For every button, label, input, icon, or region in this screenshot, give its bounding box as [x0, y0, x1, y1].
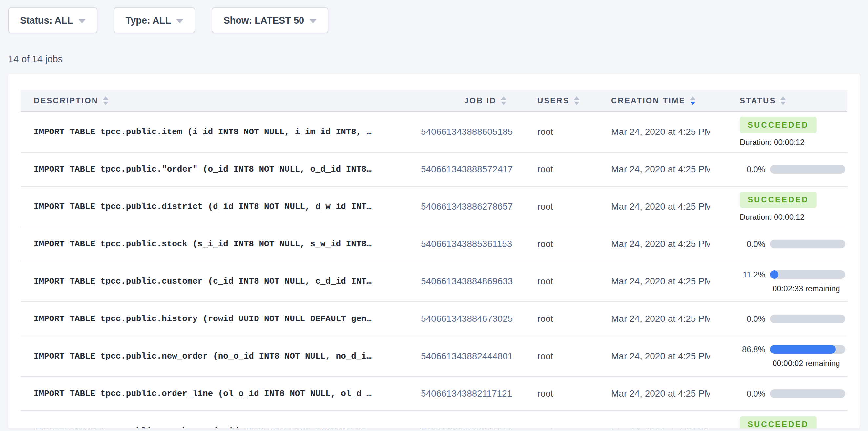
progress-bar: 11.2%	[740, 270, 847, 279]
column-header-users[interactable]: USERS	[519, 96, 591, 105]
table-body: IMPORT TABLE tpcc.public.item (i_id INT8…	[21, 112, 847, 428]
job-id-link[interactable]: 540661343882117121	[421, 388, 519, 399]
table-row: IMPORT TABLE tpcc.public.stock (s_i_id I…	[21, 227, 847, 261]
progress-track	[770, 389, 845, 398]
job-creation-time: Mar 24, 2020 at 4:25 PM	[591, 276, 710, 287]
column-header-job-id[interactable]: JOB ID	[421, 96, 519, 105]
type-filter-dropdown[interactable]: Type: ALL	[114, 7, 195, 33]
job-status-cell: 86.8% 00:00:02 remaining	[710, 345, 847, 368]
progress-track	[770, 165, 845, 174]
job-user: root	[519, 351, 591, 362]
progress-percent: 11.2%	[740, 270, 765, 279]
table-row: IMPORT TABLE tpcc.public.customer (c_id …	[21, 261, 847, 302]
job-id-link[interactable]: 540661343888605185	[421, 127, 519, 137]
jobs-count-summary: 14 of 14 jobs	[0, 33, 868, 65]
sort-icons	[780, 96, 786, 105]
status-detail: 00:02:33 remaining	[773, 284, 847, 293]
show-filter-dropdown[interactable]: Show: LATEST 50	[212, 7, 329, 33]
job-user: root	[519, 164, 591, 175]
status-badge: SUCCEEDED	[740, 117, 817, 133]
column-header-creation-time[interactable]: CREATION TIME	[591, 96, 710, 105]
job-id-link[interactable]: 540661343885361153	[421, 239, 519, 249]
job-creation-time: Mar 24, 2020 at 4:25 PM	[591, 202, 710, 212]
progress-bar: 0.0%	[740, 314, 847, 324]
progress-fill	[770, 345, 836, 353]
job-description: IMPORT TABLE tpcc.public.warehouse (w_id…	[21, 426, 421, 428]
progress-fill	[770, 270, 778, 279]
job-description: IMPORT TABLE tpcc.public.order_line (ol_…	[21, 389, 421, 399]
job-status-cell: SUCCEEDED Duration: 00:00:12	[710, 191, 847, 222]
job-status-cell: 11.2% 00:02:33 remaining	[710, 270, 847, 293]
sort-icons	[501, 96, 506, 105]
status-badge: SUCCEEDED	[740, 416, 817, 428]
sort-icons-active-desc	[690, 96, 695, 105]
job-creation-time: Mar 24, 2020 at 4:25 PM	[591, 127, 710, 137]
table-header-row: DESCRIPTION JOB ID USERS CREATION TIME S…	[21, 90, 847, 112]
job-description: IMPORT TABLE tpcc.public.stock (s_i_id I…	[21, 239, 421, 249]
job-id-link[interactable]: 540661343826444289	[421, 426, 519, 428]
progress-track	[770, 270, 845, 279]
job-description: IMPORT TABLE tpcc.public.customer (c_id …	[21, 277, 421, 286]
table-row: IMPORT TABLE tpcc.public."order" (o_id I…	[21, 153, 847, 187]
column-header-status[interactable]: STATUS	[710, 96, 847, 105]
progress-percent: 0.0%	[740, 389, 765, 399]
job-creation-time: Mar 24, 2020 at 4:25 PM	[591, 164, 710, 175]
status-filter-label: Status: ALL	[20, 15, 73, 26]
table-row: IMPORT TABLE tpcc.public.new_order (no_o…	[21, 336, 847, 377]
job-user: root	[519, 426, 591, 428]
progress-bar: 86.8%	[740, 345, 847, 354]
job-user: root	[519, 388, 591, 399]
job-description: IMPORT TABLE tpcc.public.history (rowid …	[21, 314, 421, 324]
jobs-table-card: DESCRIPTION JOB ID USERS CREATION TIME S…	[8, 74, 860, 428]
job-status-cell: 0.0%	[710, 389, 847, 399]
progress-track	[770, 314, 845, 323]
status-detail: 00:00:02 remaining	[773, 359, 847, 368]
progress-bar: 0.0%	[740, 389, 847, 399]
job-creation-time: Mar 24, 2020 at 4:25 PM	[591, 388, 710, 399]
chevron-down-icon	[176, 19, 183, 23]
table-row: IMPORT TABLE tpcc.public.district (d_id …	[21, 187, 847, 227]
job-id-link[interactable]: 540661343884673025	[421, 314, 519, 324]
job-creation-time: Mar 24, 2020 at 4:25 PM	[591, 239, 710, 249]
progress-percent: 0.0%	[740, 165, 765, 174]
job-description: IMPORT TABLE tpcc.public."order" (o_id I…	[21, 164, 421, 174]
job-id-link[interactable]: 540661343884869633	[421, 276, 519, 287]
progress-percent: 86.8%	[740, 345, 765, 354]
status-badge: SUCCEEDED	[740, 191, 817, 208]
column-header-description[interactable]: DESCRIPTION	[21, 96, 421, 105]
progress-percent: 0.0%	[740, 240, 765, 249]
job-id-link[interactable]: 540661343886278657	[421, 202, 519, 212]
type-filter-label: Type: ALL	[126, 15, 171, 26]
job-user: root	[519, 127, 591, 137]
status-filter-dropdown[interactable]: Status: ALL	[8, 7, 97, 33]
job-user: root	[519, 314, 591, 324]
job-user: root	[519, 202, 591, 212]
status-detail: Duration: 00:00:12	[740, 213, 847, 222]
job-creation-time: Mar 24, 2020 at 4:25 PM	[591, 351, 710, 362]
progress-track	[770, 345, 845, 353]
sort-icons	[574, 96, 579, 105]
progress-bar: 0.0%	[740, 240, 847, 249]
job-description: IMPORT TABLE tpcc.public.new_order (no_o…	[21, 351, 421, 361]
table-row: IMPORT TABLE tpcc.public.history (rowid …	[21, 302, 847, 336]
chevron-down-icon	[309, 19, 316, 23]
job-status-cell: 0.0%	[710, 314, 847, 324]
table-row: IMPORT TABLE tpcc.public.item (i_id INT8…	[21, 112, 847, 153]
job-user: root	[519, 239, 591, 249]
table-row: IMPORT TABLE tpcc.public.warehouse (w_id…	[21, 411, 847, 428]
job-status-cell: 0.0%	[710, 240, 847, 249]
job-status-cell: SUCCEEDED Duration: 00:00:12	[710, 117, 847, 147]
progress-bar: 0.0%	[740, 165, 847, 174]
job-user: root	[519, 276, 591, 287]
chevron-down-icon	[79, 19, 86, 23]
job-description: IMPORT TABLE tpcc.public.district (d_id …	[21, 202, 421, 212]
progress-track	[770, 240, 845, 248]
table-row: IMPORT TABLE tpcc.public.order_line (ol_…	[21, 377, 847, 411]
jobs-filters: Status: ALL Type: ALL Show: LATEST 50	[0, 0, 868, 33]
job-creation-time: Mar 24, 2020 at 4:25 PM	[591, 426, 710, 428]
job-description: IMPORT TABLE tpcc.public.item (i_id INT8…	[21, 127, 421, 137]
job-creation-time: Mar 24, 2020 at 4:25 PM	[591, 314, 710, 324]
job-id-link[interactable]: 540661343888572417	[421, 164, 519, 175]
job-id-link[interactable]: 540661343882444801	[421, 351, 519, 362]
sort-icons	[103, 96, 108, 105]
